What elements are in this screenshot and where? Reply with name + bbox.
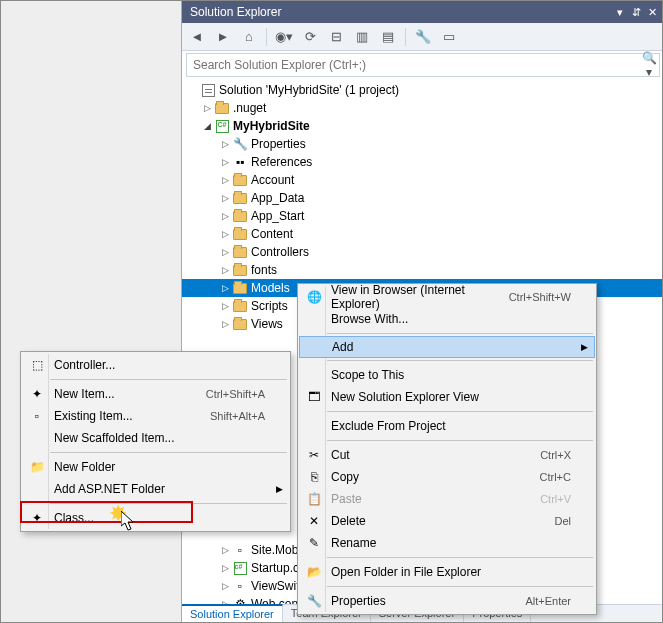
menu-scaffold[interactable]: New Scaffolded Item... xyxy=(22,427,289,449)
menu-new-item[interactable]: ✦New Item...Ctrl+Shift+A xyxy=(22,383,289,405)
expand-icon[interactable]: ▷ xyxy=(218,193,232,203)
cs-file-icon xyxy=(232,560,248,576)
rename-icon: ✎ xyxy=(301,536,327,550)
search-icon[interactable]: 🔍▾ xyxy=(639,51,659,79)
node-label: Scripts xyxy=(251,299,288,313)
folder-icon xyxy=(232,298,248,314)
menu-scope[interactable]: Scope to This xyxy=(299,364,595,386)
forward-icon[interactable]: ► xyxy=(212,26,234,48)
expand-icon[interactable]: ▷ xyxy=(218,563,232,573)
expand-icon[interactable]: ▷ xyxy=(218,599,232,604)
collapse-icon[interactable]: ◢ xyxy=(200,121,214,131)
copy-icon: ⎘ xyxy=(301,470,327,484)
search-box[interactable]: 🔍▾ xyxy=(186,53,660,77)
expand-icon[interactable]: ▷ xyxy=(218,211,232,221)
project-node[interactable]: ◢ MyHybridSite xyxy=(182,117,663,135)
folder-icon xyxy=(214,100,230,116)
menu-rename[interactable]: ✎Rename xyxy=(299,532,595,554)
menu-add[interactable]: Add▶ xyxy=(299,336,595,358)
folder-node[interactable]: ▷Content xyxy=(182,225,663,243)
expand-icon[interactable]: ▷ xyxy=(218,319,232,329)
node-label: Views xyxy=(251,317,283,331)
menu-separator xyxy=(50,379,287,380)
folder-node[interactable]: ▷fonts xyxy=(182,261,663,279)
close-icon[interactable]: ✕ xyxy=(644,6,660,19)
panel-title: Solution Explorer xyxy=(186,5,612,19)
refresh-icon[interactable]: ⟳ xyxy=(299,26,321,48)
expand-icon[interactable]: ▷ xyxy=(218,301,232,311)
menu-cut[interactable]: ✂CutCtrl+X xyxy=(299,444,595,466)
file-icon: ▫ xyxy=(232,542,248,558)
titlebar: Solution Explorer ▾ ⇵ ✕ xyxy=(182,1,663,23)
expand-icon[interactable]: ▷ xyxy=(218,229,232,239)
cut-icon: ✂ xyxy=(301,448,327,462)
solution-node[interactable]: Solution 'MyHybridSite' (1 project) xyxy=(182,81,663,99)
expand-icon[interactable]: ▷ xyxy=(218,139,232,149)
menu-asp-folder[interactable]: Add ASP.NET Folder▶ xyxy=(22,478,289,500)
nuget-node[interactable]: ▷ .nuget xyxy=(182,99,663,117)
node-label: .nuget xyxy=(233,101,266,115)
node-label: App_Data xyxy=(251,191,304,205)
references-node[interactable]: ▷ ▪▪ References xyxy=(182,153,663,171)
folder-node[interactable]: ▷Controllers xyxy=(182,243,663,261)
menu-new-folder[interactable]: 📁New Folder xyxy=(22,456,289,478)
expand-icon[interactable]: ▷ xyxy=(218,175,232,185)
menu-delete[interactable]: ✕DeleteDel xyxy=(299,510,595,532)
solution-icon xyxy=(200,82,216,98)
back-icon[interactable]: ◄ xyxy=(186,26,208,48)
collapse-icon[interactable]: ⊟ xyxy=(325,26,347,48)
expand-icon[interactable]: ▷ xyxy=(218,265,232,275)
menu-separator xyxy=(50,452,287,453)
folder-node[interactable]: ▷App_Data xyxy=(182,189,663,207)
paste-icon: 📋 xyxy=(301,492,327,506)
folder-open-icon: 📂 xyxy=(301,565,327,579)
new-item-icon: ✦ xyxy=(24,387,50,401)
expand-icon[interactable]: ▷ xyxy=(218,247,232,257)
expand-icon[interactable]: ▷ xyxy=(218,283,232,293)
preview-icon[interactable]: ▤ xyxy=(377,26,399,48)
node-label: fonts xyxy=(251,263,277,277)
menu-separator xyxy=(327,440,593,441)
expand-icon[interactable]: ▷ xyxy=(200,103,214,113)
show-all-icon[interactable]: ▥ xyxy=(351,26,373,48)
properties-node[interactable]: ▷ 🔧 Properties xyxy=(182,135,663,153)
menu-properties[interactable]: 🔧PropertiesAlt+Enter xyxy=(299,590,595,612)
expand-icon[interactable]: ▷ xyxy=(218,157,232,167)
pin-icon[interactable]: ⇵ xyxy=(628,6,644,19)
references-icon: ▪▪ xyxy=(232,154,248,170)
search-input[interactable] xyxy=(187,58,639,72)
menu-paste: 📋PasteCtrl+V xyxy=(299,488,595,510)
home-icon[interactable]: ⌂ xyxy=(238,26,260,48)
menu-separator xyxy=(327,586,593,587)
node-label: Solution 'MyHybridSite' (1 project) xyxy=(219,83,399,97)
menu-open-explorer[interactable]: 📂Open Folder in File Explorer xyxy=(299,561,595,583)
folder-icon xyxy=(232,190,248,206)
view-code-icon[interactable]: ▭ xyxy=(438,26,460,48)
globe-icon: 🌐 xyxy=(301,290,327,304)
folder-node[interactable]: ▷App_Start xyxy=(182,207,663,225)
delete-icon: ✕ xyxy=(301,514,327,528)
node-label: References xyxy=(251,155,312,169)
menu-controller[interactable]: ⬚Controller... xyxy=(22,354,289,376)
menu-browse-with[interactable]: Browse With... xyxy=(299,308,595,330)
menu-copy[interactable]: ⎘CopyCtrl+C xyxy=(299,466,595,488)
menu-separator xyxy=(327,557,593,558)
sync-icon[interactable]: ◉▾ xyxy=(273,26,295,48)
menu-new-view[interactable]: 🗔New Solution Explorer View xyxy=(299,386,595,408)
folder-icon xyxy=(232,244,248,260)
wrench-icon: 🔧 xyxy=(301,594,327,608)
menu-exclude[interactable]: Exclude From Project xyxy=(299,415,595,437)
dropdown-icon[interactable]: ▾ xyxy=(612,6,628,19)
tab-solution-explorer[interactable]: Solution Explorer xyxy=(182,604,283,623)
expand-icon[interactable]: ▷ xyxy=(218,545,232,555)
menu-view-browser[interactable]: 🌐View in Browser (Internet Explorer)Ctrl… xyxy=(299,286,595,308)
properties-icon[interactable]: 🔧 xyxy=(412,26,434,48)
node-label: Properties xyxy=(251,137,306,151)
menu-existing-item[interactable]: ▫Existing Item...Shift+Alt+A xyxy=(22,405,289,427)
expand-icon[interactable]: ▷ xyxy=(218,581,232,591)
chevron-right-icon: ▶ xyxy=(276,484,283,494)
node-label: Site.Mobi xyxy=(251,543,301,557)
folder-node[interactable]: ▷Account xyxy=(182,171,663,189)
menu-class[interactable]: ✦Class... xyxy=(22,507,289,529)
add-submenu: ⬚Controller... ✦New Item...Ctrl+Shift+A … xyxy=(20,351,291,532)
